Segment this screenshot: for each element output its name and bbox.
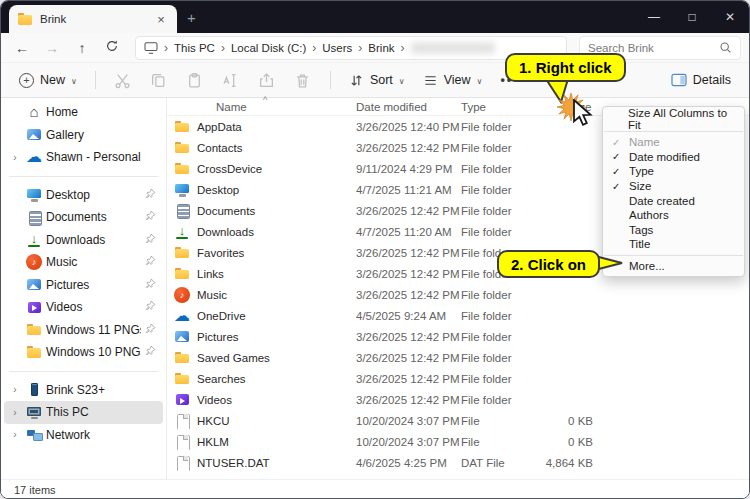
new-button-label: New: [40, 73, 65, 87]
downloads-icon: ↓: [174, 224, 190, 240]
chevron-right-icon[interactable]: ›: [8, 407, 22, 418]
chevron-right-icon[interactable]: ›: [8, 429, 22, 440]
file-row[interactable]: Videos3/26/2025 12:42 PMFile folder: [167, 389, 749, 410]
tab-close-icon[interactable]: ×: [153, 12, 169, 27]
sidebar-item-home[interactable]: ⌂Home: [4, 101, 163, 124]
file-type: DAT File: [461, 457, 541, 469]
sort-ascending-icon: ^: [263, 95, 267, 105]
chevron-down-icon: ∨: [477, 77, 483, 86]
column-header-date-modified[interactable]: Date modified: [356, 101, 461, 113]
sidebar-item-label: Windows 10 PNGs: [46, 345, 141, 359]
sort-button[interactable]: Sort ∨: [341, 68, 413, 93]
column-header-type[interactable]: Type: [461, 101, 541, 113]
folder-icon: [174, 350, 190, 366]
menu-item-type[interactable]: ✓Type: [603, 164, 744, 179]
music-icon: ♪: [174, 287, 190, 303]
chevron-right-icon[interactable]: ›: [8, 384, 22, 395]
sidebar-item-documents[interactable]: Documents: [4, 206, 163, 229]
paste-icon[interactable]: [178, 68, 212, 92]
menu-item-title[interactable]: Title: [603, 237, 744, 252]
up-icon[interactable]: ↑: [69, 40, 95, 56]
monitor-icon: [174, 182, 190, 198]
view-button-label: View: [444, 73, 471, 87]
file-date-modified: 4/6/2025 4:25 PM: [356, 457, 461, 469]
share-icon[interactable]: [250, 68, 284, 92]
details-button-label: Details: [693, 73, 731, 87]
file-row[interactable]: HKLM10/20/2024 3:07 PMFile0 KB: [167, 431, 749, 452]
file-type: File folder: [461, 142, 541, 154]
menu-item-more[interactable]: More...: [603, 259, 744, 274]
sidebar-item-label: This PC: [46, 405, 157, 419]
sidebar-item-this-pc[interactable]: ›This PC: [4, 401, 163, 424]
maximize-icon[interactable]: □: [673, 1, 711, 33]
view-button[interactable]: View ∨: [415, 68, 491, 93]
refresh-icon[interactable]: [99, 39, 125, 56]
callout1-text: 1. Right click: [519, 59, 612, 76]
new-button[interactable]: + New ∨: [11, 68, 85, 93]
breadcrumb-item[interactable]: This PC: [174, 42, 215, 54]
minimize-icon[interactable]: —: [635, 1, 673, 33]
sidebar-item-music[interactable]: ♪Music: [4, 251, 163, 274]
menu-item-date-created[interactable]: Date created: [603, 193, 744, 208]
explorer-tab[interactable]: Brink ×: [9, 5, 177, 33]
file-row[interactable]: ♪Music3/26/2025 12:42 PMFile folder: [167, 284, 749, 305]
file-row[interactable]: ☁OneDrive4/5/2025 9:24 AMFile folder: [167, 305, 749, 326]
file-type: File folder: [461, 310, 541, 322]
cut-icon[interactable]: [106, 68, 140, 92]
home-icon: ⌂: [26, 104, 42, 120]
file-row[interactable]: Pictures3/26/2025 12:42 PMFile folder: [167, 326, 749, 347]
folder-icon: [174, 266, 190, 282]
sidebar-item-label: Windows 11 PNGs: [46, 323, 141, 337]
sidebar-item-pictures[interactable]: Pictures: [4, 274, 163, 297]
file-type: File folder: [461, 226, 541, 238]
new-tab-button[interactable]: +: [187, 9, 196, 26]
breadcrumb-item[interactable]: Users: [322, 42, 352, 54]
file-icon: [174, 434, 190, 450]
pin-icon: [145, 300, 157, 314]
tab-title: Brink: [40, 13, 146, 25]
folder-icon: [17, 11, 33, 27]
search-placeholder: Search Brink: [588, 42, 719, 54]
sidebar-item-brink-s23-[interactable]: ›Brink S23+: [4, 379, 163, 402]
delete-icon[interactable]: [286, 68, 320, 92]
details-button[interactable]: Details: [663, 68, 739, 92]
sidebar-item-downloads[interactable]: ↓Downloads: [4, 229, 163, 252]
file-row[interactable]: Searches3/26/2025 12:42 PMFile folder: [167, 368, 749, 389]
menu-item-authors[interactable]: Authors: [603, 208, 744, 223]
sidebar-item-desktop[interactable]: Desktop: [4, 184, 163, 207]
breadcrumb-item[interactable]: Brink: [368, 42, 394, 54]
menu-item-tags[interactable]: Tags: [603, 223, 744, 238]
documents-icon: [26, 209, 42, 225]
pin-icon: [145, 210, 157, 224]
details-pane-icon: [671, 73, 687, 87]
back-icon[interactable]: ←: [9, 40, 35, 56]
forward-icon[interactable]: →: [39, 40, 65, 56]
sidebar-item-videos[interactable]: Videos: [4, 296, 163, 319]
file-row[interactable]: NTUSER.DAT4/6/2025 4:25 PMDAT File4,864 …: [167, 452, 749, 473]
sidebar-item-shawn-personal[interactable]: ›☁Shawn - Personal: [4, 146, 163, 169]
pc-icon: [26, 404, 42, 420]
menu-item-size-all-columns-to-fit[interactable]: Size All Columns to Fit: [603, 110, 744, 128]
sidebar-item-gallery[interactable]: Gallery: [4, 124, 163, 147]
file-date-modified: 3/26/2025 12:42 PM: [356, 289, 461, 301]
sidebar-item-windows-11-pngs[interactable]: Windows 11 PNGs: [4, 319, 163, 342]
copy-icon[interactable]: [142, 68, 176, 92]
file-row[interactable]: Saved Games3/26/2025 12:42 PMFile folder: [167, 347, 749, 368]
close-icon[interactable]: ✕: [711, 1, 749, 33]
file-row[interactable]: HKCU10/20/2024 3:07 PMFile0 KB: [167, 410, 749, 431]
chevron-right-icon[interactable]: ›: [8, 152, 22, 163]
menu-item-date-modified[interactable]: ✓Date modified: [603, 150, 744, 165]
file-name: HKLM: [197, 436, 229, 448]
redacted-breadcrumb: [411, 42, 495, 54]
file-name: OneDrive: [197, 310, 246, 322]
sidebar-item-network[interactable]: ›Network: [4, 424, 163, 447]
sidebar-item-label: Brink S23+: [46, 383, 157, 397]
file-date-modified: 4/7/2025 11:20 AM: [356, 226, 461, 238]
file-type: File folder: [461, 184, 541, 196]
sidebar-item-windows-10-pngs[interactable]: Windows 10 PNGs: [4, 341, 163, 364]
address-bar[interactable]: › This PC› Local Disk (C:)› Users› Brink…: [135, 36, 567, 60]
file-date-modified: 3/26/2025 12:42 PM: [356, 247, 461, 259]
rename-icon[interactable]: [214, 68, 248, 92]
breadcrumb-item[interactable]: Local Disk (C:): [231, 42, 306, 54]
menu-item-size[interactable]: ✓Size: [603, 179, 744, 194]
